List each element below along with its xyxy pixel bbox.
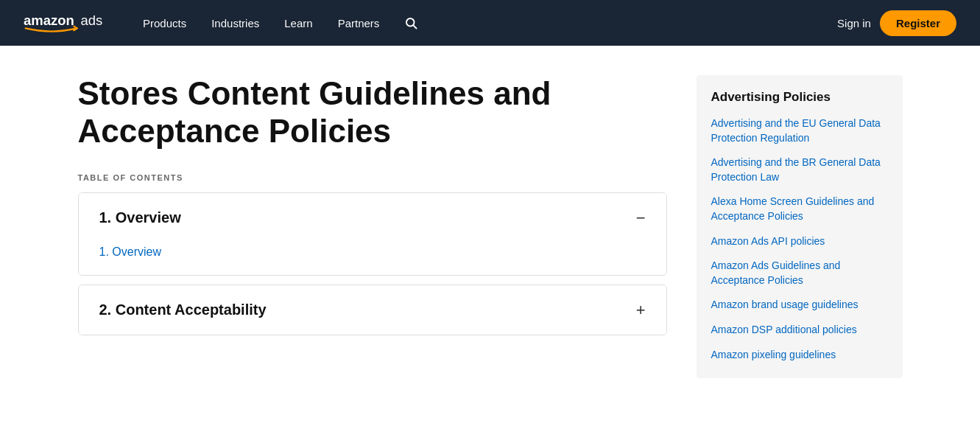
accordion-collapse-icon: − (636, 210, 646, 226)
accordion-header-1[interactable]: 1. Overview − (79, 193, 666, 243)
sidebar-link-2[interactable]: Alexa Home Screen Guidelines and Accepta… (711, 195, 888, 223)
nav-learn[interactable]: Learn (274, 11, 322, 35)
accordion-section-2: 2. Content Acceptability + (78, 285, 667, 335)
main-nav: amazon ads Products Industries Learn Par… (0, 0, 980, 46)
nav-auth: Sign in Register (837, 10, 956, 36)
sidebar-link-4[interactable]: Amazon Ads Guidelines and Acceptance Pol… (711, 259, 888, 287)
sidebar: Advertising Policies Advertising and the… (697, 75, 903, 378)
page-title: Stores Content Guidelines and Acceptance… (78, 75, 667, 150)
logo[interactable]: amazon ads (24, 10, 112, 36)
accordion-header-2[interactable]: 2. Content Acceptability + (79, 285, 666, 335)
toc-label: TABLE OF CONTENTS (78, 173, 667, 182)
sidebar-heading: Advertising Policies (711, 90, 888, 105)
sidebar-link-1[interactable]: Advertising and the BR General Data Prot… (711, 156, 888, 184)
nav-industries[interactable]: Industries (201, 11, 269, 35)
sidebar-link-5[interactable]: Amazon brand usage guidelines (711, 298, 888, 313)
nav-partners[interactable]: Partners (328, 11, 390, 35)
accordion-title-1: 1. Overview (99, 209, 181, 226)
sidebar-link-6[interactable]: Amazon DSP additional policies (711, 323, 888, 338)
toc-link-overview[interactable]: 1. Overview (99, 245, 646, 259)
sidebar-link-3[interactable]: Amazon Ads API policies (711, 234, 888, 249)
register-button[interactable]: Register (880, 10, 956, 36)
accordion-expand-icon: + (636, 302, 646, 318)
main-content: Stores Content Guidelines and Acceptance… (78, 75, 667, 378)
search-icon (404, 16, 417, 29)
accordion-title-2: 2. Content Acceptability (99, 301, 267, 318)
svg-line-3 (414, 25, 417, 28)
accordion-section-1: 1. Overview − 1. Overview (78, 192, 667, 276)
nav-products[interactable]: Products (133, 11, 197, 35)
accordion-body-1: 1. Overview (79, 243, 666, 275)
svg-text:ads: ads (81, 13, 103, 28)
amazon-ads-logo-svg: amazon ads (24, 10, 112, 36)
sidebar-link-0[interactable]: Advertising and the EU General Data Prot… (711, 116, 888, 145)
search-button[interactable] (394, 10, 428, 35)
nav-links: Products Industries Learn Partners (133, 10, 837, 35)
sidebar-link-7[interactable]: Amazon pixeling guidelines (711, 348, 888, 363)
svg-text:amazon: amazon (24, 13, 74, 28)
page-wrapper: Stores Content Guidelines and Acceptance… (49, 46, 932, 408)
sidebar-box: Advertising Policies Advertising and the… (697, 75, 903, 378)
signin-link[interactable]: Sign in (837, 17, 871, 29)
